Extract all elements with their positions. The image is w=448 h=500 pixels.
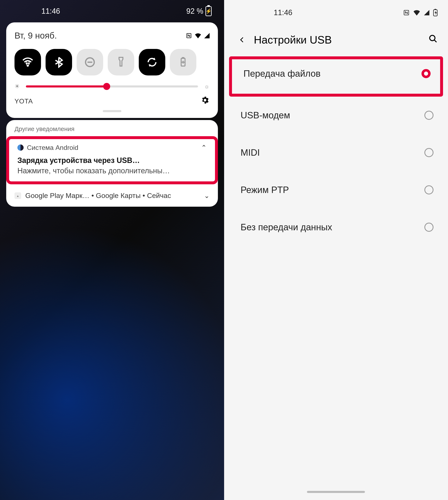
app-weather[interactable]: ☀ [176,450,214,479]
app-oneplus[interactable]: ⋮⋮OnePlus [178,267,215,301]
option-label: MIDI [241,147,260,158]
app-drawer-caret-icon[interactable]: ⌃ [0,369,224,377]
qs-drag-handle[interactable] [103,110,121,112]
usb-option-3[interactable]: Режим PTP [224,171,448,209]
brightness-low-icon: ☀ [15,83,20,90]
svg-line-13 [434,40,437,42]
settings-gear-icon[interactable] [200,96,210,107]
app-roborock[interactable]: ZRoborock [136,326,173,361]
brightness-thumb[interactable] [103,83,110,90]
notification-title: Зарядка устройства через USB… [17,156,207,165]
yandex-icon: Y [97,450,127,479]
cellular-signal-icon [204,33,210,38]
option-label: Передача файлов [244,68,321,79]
brightness-track[interactable] [26,85,198,87]
whatsapp-icon: ✆ [57,267,82,291]
qs-tile-dnd[interactable] [77,49,103,75]
phone-icon: ✆ [15,450,44,479]
radio-button[interactable] [424,223,433,232]
status-time: 11:46 [41,7,60,16]
usb-option-2[interactable]: MIDI [224,134,448,171]
search-button[interactable] [429,34,438,46]
qs-status-icons [186,33,210,39]
app-label: Mi Home [57,354,82,361]
phone-notification-shade: Настроить 🔒StarLine 2✆WhatsApp♫Spotify◉2… [0,0,224,500]
notification-android-system[interactable]: Система Android ⌃ Зарядка устройства чер… [6,136,218,184]
android-system-icon [17,145,24,151]
nfc-icon [403,10,409,16]
svg-rect-6 [182,57,184,58]
svg-rect-11 [434,9,436,10]
roborock-icon: Z [142,326,167,351]
app-label: 2ГИС [146,294,162,301]
radio-button[interactable] [424,111,433,120]
app-label: WhatsApp [55,294,84,301]
back-button[interactable] [239,34,246,46]
battery-percent: 92 % [186,7,203,16]
usb-option-1[interactable]: USB-модем [224,97,448,134]
app-spotify[interactable]: ♫Spotify [93,267,131,301]
option-label: Режим PTP [241,185,289,195]
notification-collapsed-group[interactable]: Google Play Марк… • Google Карты • Сейча… [6,184,218,207]
customize-button[interactable]: Настроить [12,272,55,282]
messages-icon: ▰ [56,450,85,479]
notification-collapsed-text: Google Play Марк… • Google Карты • Сейча… [25,192,200,200]
settings-header: Настройки USB [224,25,448,56]
usb-option-4[interactable]: Без передачи данных [224,209,448,246]
app-label: StarLine 2 [13,294,42,301]
weather-icon: ☀ [180,450,209,479]
app-photo[interactable]: ✿Фото [178,326,215,361]
page-title: Настройки USB [254,33,420,46]
nav-handle[interactable] [83,493,141,495]
app-yandex[interactable]: Y [93,450,131,479]
qs-tile-wifi[interactable] [15,49,41,75]
expand-caret-icon[interactable]: ⌄ [204,192,210,200]
cellular-signal-icon [424,10,429,15]
quick-settings-panel: Вт, 9 нояб. ☀ ☼ YOTA [6,22,218,118]
qs-tile-bluetooth[interactable] [46,49,72,75]
status-bar: 11:46 92 % ⚡ [0,0,224,22]
wifi-signal-icon [195,33,201,38]
option-label: Без передачи данных [241,222,332,232]
qs-date[interactable]: Вт, 9 нояб. [15,31,57,41]
usb-options-list: Передача файловUSB-модемMIDIРежим PTPБез… [224,56,448,246]
yota-icon: Ӿ [15,326,40,351]
radio-button[interactable] [421,69,431,78]
play-store-icon [15,192,21,199]
app-yota[interactable]: ӾYota [9,326,46,361]
app-camera[interactable]: ◎ [135,450,172,479]
qs-tile-battery-saver[interactable] [170,49,196,75]
radio-button[interactable] [424,185,433,194]
app-label: Ростеле… [97,354,127,361]
qs-tile-autorotate[interactable] [139,49,165,75]
app-messages[interactable]: ▰ [52,450,89,479]
camera-icon: ◎ [139,450,168,479]
brightness-auto-icon: ☼ [204,83,210,90]
oneplus-icon: ⋮⋮ [184,267,209,291]
nfc-icon [186,33,192,39]
starline-icon: 🔒 [15,267,40,291]
app-starline[interactable]: 🔒StarLine 2 [9,267,46,301]
nav-handle[interactable] [307,491,365,493]
collapse-caret-icon[interactable]: ⌃ [201,144,207,151]
battery-charging-icon [433,9,438,16]
status-time: 11:46 [274,8,292,17]
notification-body: Нажмите, чтобы показать дополнительны… [17,167,207,175]
app-label: Yota [21,354,33,361]
usb-option-0[interactable]: Передача файлов [229,56,443,97]
rostele-icon: ◗ [100,326,125,351]
status-bar: 11:46 [224,0,448,25]
option-label: USB-модем [241,110,290,120]
carrier-label: YOTA [15,98,33,105]
app-phone[interactable]: ✆ [10,450,48,479]
app-rostele[interactable]: ◗Ростеле… [93,326,131,361]
notifications-panel: Другие уведомления Система Android ⌃ Зар… [6,120,218,207]
app-whatsapp[interactable]: ✆WhatsApp [51,267,88,301]
brightness-slider[interactable]: ☀ ☼ [15,83,210,90]
qs-tile-flashlight[interactable] [108,49,134,75]
app-mihome[interactable]: ⌂Mi Home [51,326,88,361]
radio-button[interactable] [424,148,433,157]
mihome-icon: ⌂ [57,326,82,351]
app-2gis[interactable]: ◉2ГИС [136,267,173,301]
2gis-icon: ◉ [142,267,167,291]
